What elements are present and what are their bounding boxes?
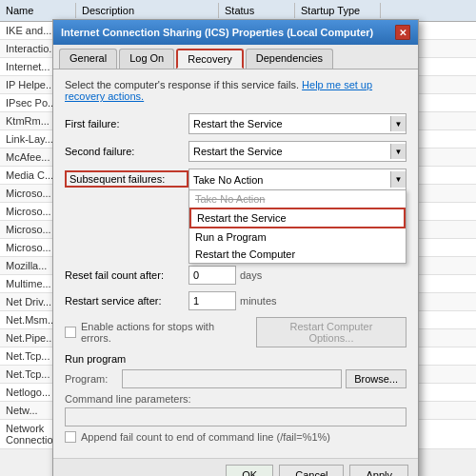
description-text: Select the computer's response if this s… (65, 79, 407, 102)
program-input[interactable] (122, 369, 342, 388)
subsequent-failure-dropdown[interactable]: Take No Action ▼ (188, 169, 407, 189)
close-button[interactable]: ✕ (395, 25, 410, 40)
apply-button[interactable]: Apply (349, 465, 408, 476)
first-failure-row: First failure: Restart the Service ▼ (65, 113, 407, 134)
restart-service-input[interactable] (188, 291, 236, 310)
program-row: Program: Browse... (65, 369, 407, 388)
reset-fail-input[interactable] (188, 266, 236, 285)
dropdown-option-restart-computer[interactable]: Restart the Computer (189, 246, 406, 263)
restart-service-label: Restart service after: (65, 295, 188, 307)
reset-fail-label: Reset fail count after: (65, 269, 188, 281)
title-bar: Internet Connection Sharing (ICS) Proper… (53, 20, 418, 45)
append-checkbox-row: Append fail count to end of command line… (65, 431, 407, 443)
cmdline-input[interactable] (65, 407, 407, 426)
append-label: Append fail count to end of command line… (81, 431, 330, 443)
restart-service-unit: minutes (240, 295, 277, 307)
col-name: Name (0, 3, 76, 18)
tab-recovery[interactable]: Recovery (176, 49, 243, 69)
enable-actions-checkbox[interactable] (65, 327, 76, 338)
dropdown-option-restart-service[interactable]: Restart the Service (189, 208, 406, 228)
restart-computer-options-button[interactable]: Restart Computer Options... (256, 317, 407, 347)
dialog-buttons: OK Cancel Apply (53, 458, 418, 476)
properties-dialog: Internet Connection Sharing (ICS) Proper… (52, 19, 419, 476)
second-failure-dropdown[interactable]: Restart the Service ▼ (188, 141, 407, 162)
second-failure-value: Restart the Service (193, 146, 390, 157)
subsequent-failure-arrow: ▼ (390, 171, 406, 188)
tab-general[interactable]: General (59, 49, 117, 69)
ok-button[interactable]: OK (226, 465, 273, 476)
second-failure-arrow: ▼ (390, 144, 406, 159)
run-program-title: Run program (65, 353, 407, 365)
subsequent-failure-label: Subsequent failures: (65, 170, 188, 188)
first-failure-label: First failure: (65, 118, 188, 129)
cancel-button[interactable]: Cancel (279, 465, 344, 476)
tab-dependencies[interactable]: Dependencies (246, 49, 333, 69)
col-startup: Startup Type (295, 3, 381, 18)
dialog-title: Internet Connection Sharing (ICS) Proper… (61, 27, 395, 38)
col-status: Status (219, 3, 295, 18)
col-desc: Description (76, 3, 219, 18)
subsequent-failure-dropdown-list: Take No Action Restart the Service Run a… (188, 189, 407, 264)
subsequent-failure-row: Subsequent failures: Take No Action ▼ Ta… (65, 169, 407, 189)
dropdown-option-take-no-action[interactable]: Take No Action (189, 190, 406, 208)
cmdline-label: Command line parameters: (65, 393, 407, 405)
reset-fail-unit: days (240, 269, 262, 281)
tab-logon[interactable]: Log On (119, 49, 174, 69)
reset-fail-row: Reset fail count after: days (65, 266, 407, 285)
program-label: Program: (65, 373, 122, 385)
restart-service-row: Restart service after: minutes (65, 291, 407, 310)
first-failure-arrow: ▼ (390, 116, 406, 131)
dialog-content: Select the computer's response if this s… (53, 69, 418, 458)
second-failure-label: Second failure: (65, 146, 188, 157)
browse-button[interactable]: Browse... (346, 369, 407, 388)
append-checkbox[interactable] (65, 431, 76, 443)
subsequent-failure-value: Take No Action (193, 174, 390, 186)
enable-actions-row: Enable actions for stops with errors. Re… (65, 317, 407, 347)
enable-actions-label: Enable actions for stops with errors. (81, 321, 247, 344)
first-failure-value: Restart the Service (193, 118, 390, 129)
tab-bar: General Log On Recovery Dependencies (53, 45, 418, 69)
dropdown-option-run-program[interactable]: Run a Program (189, 228, 406, 246)
first-failure-dropdown[interactable]: Restart the Service ▼ (188, 113, 407, 134)
second-failure-row: Second failure: Restart the Service ▼ (65, 141, 407, 162)
